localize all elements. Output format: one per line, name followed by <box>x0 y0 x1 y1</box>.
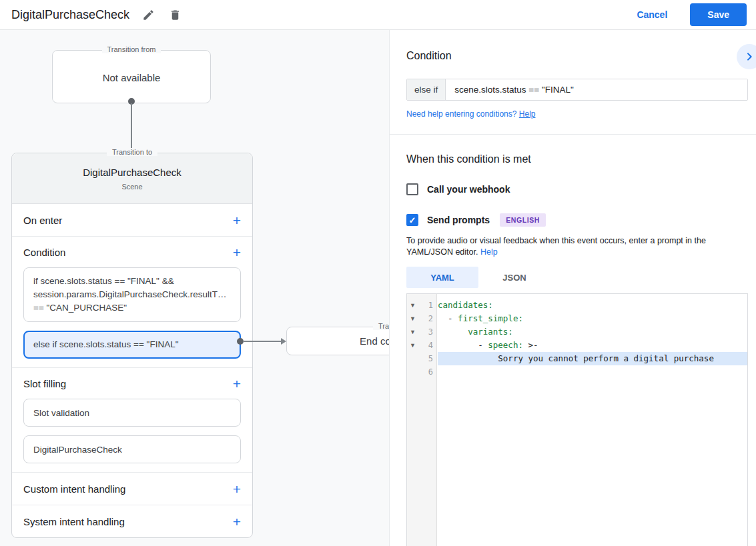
condition-detail-panel: Condition else if Need help entering con… <box>389 30 756 546</box>
when-met-title: When this condition is met <box>406 153 747 165</box>
line-number: 6 <box>418 367 433 377</box>
transition-to-legend: Transition to <box>12 148 252 156</box>
transition-from-node[interactable]: Transition from Not available <box>52 50 211 103</box>
webhook-checkbox[interactable] <box>406 183 418 195</box>
yaml-code-editor[interactable]: ▼1candidates:▼2 - first_simple:▼3 varian… <box>406 293 748 546</box>
line-number: 4 <box>418 341 433 350</box>
line-number: 5 <box>418 354 433 363</box>
yaml-key: speech: <box>488 340 523 350</box>
panel-divider <box>390 134 756 135</box>
editor-line: 5 Sorry you cannot perform a digital pur… <box>407 352 747 365</box>
yaml-key: candidates: <box>438 300 493 310</box>
connector-line-horizontal <box>243 341 282 342</box>
editor-line: 6 <box>407 365 747 379</box>
add-custom-intent-button[interactable]: + <box>233 482 241 496</box>
help-link[interactable]: Help <box>519 109 536 119</box>
delete-scene-button[interactable] <box>167 7 183 23</box>
trash-icon <box>169 9 181 21</box>
slot-item[interactable]: DigitalPurchaseCheck <box>23 435 241 463</box>
fold-arrow-icon[interactable]: ▼ <box>407 329 418 335</box>
webhook-row: Call your webhook <box>406 183 747 195</box>
tab-yaml[interactable]: YAML <box>406 267 478 288</box>
fold-arrow-icon[interactable]: ▼ <box>407 302 418 309</box>
editor-format-tabs: YAMLJSON <box>406 267 747 288</box>
end-node-legend: Transition to <box>287 322 389 330</box>
line-number: 3 <box>418 327 433 337</box>
prompt-help-link[interactable]: Help <box>480 247 498 257</box>
yaml-text: - <box>438 313 458 323</box>
yaml-key: variants: <box>468 327 513 337</box>
editor-lines: ▼1candidates:▼2 - first_simple:▼3 varian… <box>407 294 747 379</box>
condition-item-selected[interactable]: else if scene.slots.status == "FINAL" <box>23 331 241 359</box>
transition-from-text: Not available <box>53 72 210 83</box>
connector-arrowhead-right <box>281 338 286 345</box>
else-if-prefix: else if <box>407 79 446 100</box>
line-number: 2 <box>418 314 433 323</box>
editor-line: ▼2 - first_simple: <box>407 312 747 325</box>
system-intent-label: System intent handling <box>23 516 125 527</box>
language-badge: ENGLISH <box>500 213 546 227</box>
condition-expression-row: else if <box>406 79 748 101</box>
add-condition-button[interactable]: + <box>233 245 241 259</box>
top-bar: DigitalPurchaseCheck Cancel Save <box>0 0 756 30</box>
custom-intent-label: Custom intent handling <box>23 483 125 495</box>
code-line[interactable]: candidates: <box>438 299 747 312</box>
prompt-description: To provide audio or visual feedback when… <box>406 235 743 258</box>
condition-items: if scene.slots.status == "FINAL" && sess… <box>12 267 252 359</box>
code-line[interactable]: Sorry you cannot perform a digital purch… <box>438 352 747 365</box>
yaml-text <box>438 327 468 337</box>
send-prompts-label: Send prompts <box>427 215 490 225</box>
section-on-enter: On enter + <box>12 204 252 236</box>
chevron-right-icon <box>744 51 755 62</box>
scene-editor-page: DigitalPurchaseCheck Cancel Save Transit… <box>0 0 756 546</box>
prompt-description-text: To provide audio or visual feedback when… <box>406 236 706 257</box>
yaml-key: first_simple: <box>458 313 523 323</box>
scene-card-header: Transition to DigitalPurchaseCheck Scene <box>12 153 252 204</box>
section-system-intent: System intent handling + <box>12 505 252 537</box>
condition-item[interactable]: if scene.slots.status == "FINAL" && sess… <box>23 267 241 322</box>
transition-from-legend: Transition from <box>53 45 210 53</box>
cancel-button[interactable]: Cancel <box>637 9 667 20</box>
edit-title-button[interactable] <box>140 7 156 23</box>
page-title: DigitalPurchaseCheck <box>11 8 129 22</box>
add-slot-button[interactable]: + <box>233 377 241 391</box>
end-conversation-node[interactable]: Transition to End conversation <box>286 327 389 355</box>
tab-json[interactable]: JSON <box>478 267 550 288</box>
fold-arrow-icon[interactable]: ▼ <box>407 315 418 322</box>
slot-filling-label: Slot filling <box>23 378 66 389</box>
yaml-text: - <box>438 340 488 350</box>
webhook-label: Call your webhook <box>427 184 510 195</box>
scene-type-label: Scene <box>12 183 252 191</box>
panel-title: Condition <box>406 50 747 62</box>
yaml-text: >- <box>523 340 538 350</box>
condition-expression-input[interactable] <box>446 79 747 100</box>
code-line[interactable]: variants: <box>438 325 747 339</box>
slot-item[interactable]: Slot validation <box>23 399 241 427</box>
help-text: Need help entering conditions? <box>406 109 516 119</box>
send-prompts-row: ✓ Send prompts ENGLISH <box>406 213 747 227</box>
add-system-intent-button[interactable]: + <box>233 515 241 529</box>
section-custom-intent: Custom intent handling + <box>12 473 252 505</box>
section-condition: Condition + <box>12 237 252 267</box>
editor-line: ▼3 variants: <box>407 325 747 339</box>
scene-card: Transition to DigitalPurchaseCheck Scene… <box>11 153 253 538</box>
editor-line: ▼1candidates: <box>407 299 747 312</box>
scene-name: DigitalPurchaseCheck <box>12 167 252 178</box>
send-prompts-checkbox[interactable]: ✓ <box>406 214 418 226</box>
on-enter-label: On enter <box>23 215 62 226</box>
save-button[interactable]: Save <box>690 3 747 26</box>
scene-graph-canvas: Transition from Not available Transition… <box>0 30 389 546</box>
add-on-enter-button[interactable]: + <box>233 213 241 227</box>
fold-arrow-icon[interactable]: ▼ <box>407 342 418 349</box>
code-line[interactable]: - speech: >- <box>438 339 747 352</box>
code-line[interactable]: - first_simple: <box>438 312 747 325</box>
collapse-panel-button[interactable] <box>737 44 756 69</box>
end-node-text: End conversation <box>287 335 389 347</box>
code-line[interactable] <box>438 365 747 379</box>
section-slot-filling: Slot filling + <box>12 368 252 399</box>
yaml-text: Sorry you cannot perform a digital purch… <box>438 353 714 363</box>
condition-help-line: Need help entering conditions? Help <box>406 109 747 119</box>
editor-line: ▼4 - speech: >- <box>407 339 747 352</box>
pencil-icon <box>142 9 155 21</box>
condition-label: Condition <box>23 247 65 258</box>
